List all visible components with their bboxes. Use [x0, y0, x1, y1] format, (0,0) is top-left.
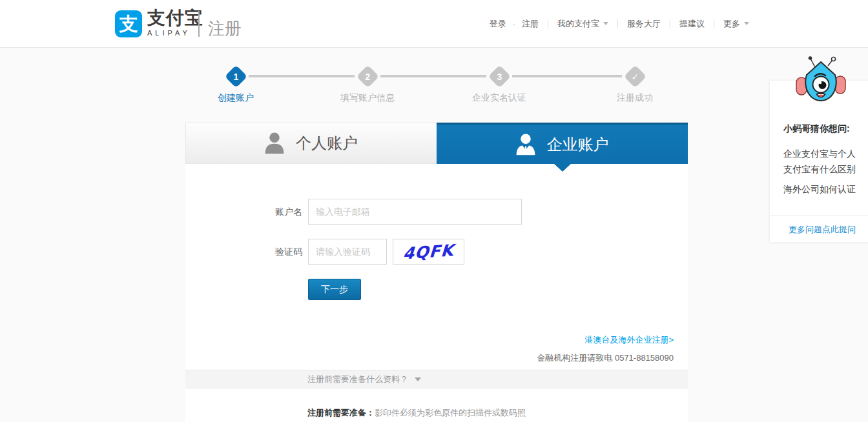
nav-separator	[617, 19, 618, 28]
prepare-materials-accordion[interactable]: 注册前需要准备什么资料？	[185, 370, 688, 388]
captcha-image[interactable]: 4QFK	[393, 239, 464, 265]
nav-feedback-link[interactable]: 提建议	[679, 18, 705, 30]
tab-label: 个人账户	[296, 133, 358, 154]
nav-separator	[670, 19, 670, 28]
step-3-indicator: 3	[488, 65, 510, 87]
account-email-input[interactable]	[308, 199, 522, 225]
nav-login-link[interactable]: 登录	[490, 18, 506, 30]
account-name-label: 账户名	[185, 206, 302, 218]
step-label: 填写账户信息	[332, 92, 403, 104]
divider	[770, 215, 868, 216]
chevron-down-icon	[415, 377, 421, 385]
captcha-label: 验证码	[185, 246, 302, 258]
business-person-icon	[516, 133, 535, 156]
nav-separator	[714, 19, 714, 28]
step-4-check-indicator: ✓	[623, 65, 646, 87]
nav-dash-separator: -	[513, 19, 515, 29]
chevron-down-icon	[603, 22, 608, 28]
step-create-account: 1 创建账户	[200, 65, 271, 104]
assistant-title: 小蚂哥猜你想问:	[783, 123, 850, 135]
nav-register-link[interactable]: 注册	[522, 18, 539, 30]
logo-divider	[198, 11, 200, 37]
nav-more-link[interactable]: 更多	[723, 18, 749, 30]
prepare-note-title: 注册前需要准备：	[307, 408, 375, 417]
captcha-input[interactable]	[308, 239, 387, 265]
robot-mascot-icon	[795, 54, 847, 111]
step-label: 创建账户	[200, 92, 271, 104]
tab-enterprise-account[interactable]: 企业账户	[437, 123, 688, 164]
registration-form-panel: 账户名 验证码 4QFK 下一步 港澳台及海外企业注册> 金融机构注册请致电 0…	[185, 164, 688, 422]
prepare-note: 注册前需要准备：影印件必须为彩色原件的扫描件或数码照	[307, 407, 526, 419]
account-type-tabs: 个人账户 企业账户	[185, 123, 688, 164]
alipay-logo-icon[interactable]: 支	[115, 10, 142, 37]
step-2-indicator: 2	[356, 65, 378, 87]
progress-steps: 1 创建账户 2 填写账户信息 3 企业实名认证 ✓ 注册成功	[185, 65, 688, 103]
brand-name-en: ALIPAY	[147, 29, 203, 37]
overseas-register-link[interactable]: 港澳台及海外企业注册>	[584, 334, 674, 346]
step-label: 注册成功	[599, 92, 670, 104]
finance-phone-note: 金融机构注册请致电 0571-88158090	[537, 352, 674, 364]
step-1-indicator: 1	[224, 65, 247, 87]
tab-label: 企业账户	[547, 134, 609, 155]
nav-separator	[548, 19, 548, 28]
active-tab-arrow	[554, 164, 571, 172]
step-fill-info: 2 填写账户信息	[332, 65, 403, 104]
brand-wordmark: 支付宝 ALIPAY	[147, 8, 203, 37]
step-label: 企业实名认证	[464, 92, 535, 104]
faq-question-overseas[interactable]: 海外公司如何认证	[783, 181, 858, 197]
more-questions-link[interactable]: 更多问题点此提问	[789, 224, 856, 236]
top-nav: 登录 - 注册 我的支付宝 服务大厅 提建议 更多	[490, 18, 749, 30]
faq-question-difference[interactable]: 企业支付宝与个人支付宝有什么区别	[783, 146, 858, 177]
step-enterprise-verify: 3 企业实名认证	[464, 65, 535, 104]
person-icon	[265, 132, 284, 155]
prepare-question-label: 注册前需要准备什么资料？	[307, 374, 408, 385]
brand-name-cn: 支付宝	[147, 8, 203, 28]
tab-personal-account[interactable]: 个人账户	[185, 123, 437, 164]
chevron-down-icon	[744, 22, 749, 28]
page-title: 注册	[208, 17, 242, 40]
next-step-button[interactable]: 下一步	[308, 279, 361, 300]
prepare-note-text: 影印件必须为彩色原件的扫描件或数码照	[375, 408, 526, 417]
header: 支 支付宝 ALIPAY 注册 登录 - 注册 我的支付宝 服务大厅 提建议 更…	[0, 0, 868, 48]
captcha-code-text: 4QFK	[402, 241, 455, 263]
nav-my-alipay-link[interactable]: 我的支付宝	[557, 18, 608, 30]
step-register-success: ✓ 注册成功	[599, 65, 670, 104]
nav-service-hall-link[interactable]: 服务大厅	[627, 18, 661, 30]
